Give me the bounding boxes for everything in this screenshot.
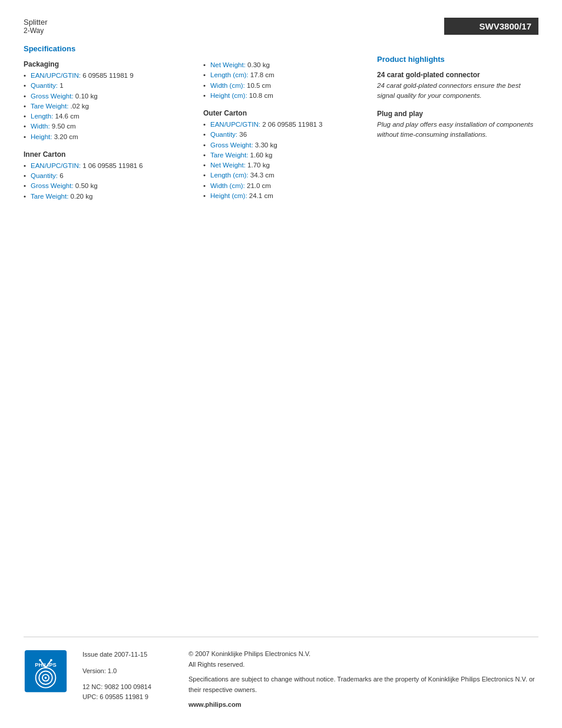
- spacer: [24, 210, 538, 637]
- website-link: www.philips.com: [189, 700, 538, 710]
- list-item: EAN/UPC/GTIN: 2 06 09585 11981 3: [203, 120, 365, 130]
- list-item: Width (cm): 10.5 cm: [203, 81, 365, 91]
- specs-left-col: Packaging EAN/UPC/GTIN: 6 09585 11981 9 …: [24, 60, 186, 210]
- list-item: Quantity: 36: [203, 130, 365, 140]
- left-column: Splitter 2-Way Specifications Packaging …: [24, 18, 365, 210]
- packaging-right-list: Net Weight: 0.30 kg Length (cm): 17.8 cm…: [203, 60, 365, 101]
- list-item: Gross Weight: 0.50 kg: [24, 181, 186, 191]
- list-item: Length: 14.6 cm: [24, 111, 186, 121]
- outer-carton-list: EAN/UPC/GTIN: 2 06 09585 11981 3 Quantit…: [203, 120, 365, 201]
- philips-logo-container: PHILIPS: [24, 649, 71, 695]
- version: Version: 1.0: [82, 666, 177, 677]
- packaging-group: Packaging EAN/UPC/GTIN: 6 09585 11981 9 …: [24, 60, 186, 142]
- svg-point-9: [50, 659, 52, 661]
- disclaimer-text: Specifications are subject to change wit…: [189, 674, 538, 695]
- svg-point-8: [39, 659, 41, 661]
- rights-text: All Rights reserved.: [189, 661, 244, 668]
- upc-number: UPC: 6 09585 11981 9: [82, 692, 177, 703]
- highlight-title: Plug and play: [377, 110, 538, 118]
- list-item: Width: 9.50 cm: [24, 121, 186, 131]
- list-item: EAN/UPC/GTIN: 6 09585 11981 9: [24, 71, 186, 81]
- highlights-section: 24 carat gold-plated connector 24 carat …: [377, 71, 538, 140]
- list-item: Length (cm): 17.8 cm: [203, 70, 365, 80]
- product-subtitle: 2-Way: [24, 27, 365, 35]
- packaging-right-group: Net Weight: 0.30 kg Length (cm): 17.8 cm…: [203, 60, 365, 101]
- specs-columns: Packaging EAN/UPC/GTIN: 6 09585 11981 9 …: [24, 60, 365, 210]
- list-item: Net Weight: 1.70 kg: [203, 160, 365, 170]
- highlight-description: 24 carat gold-plated connectors ensure t…: [377, 81, 538, 101]
- nc-number: 12 NC: 9082 100 09814: [82, 682, 177, 693]
- footer-legal: © 2007 Koninklijke Philips Electronics N…: [189, 649, 538, 710]
- list-item: Quantity: 1: [24, 81, 186, 91]
- issue-date: Issue date 2007-11-15: [82, 649, 177, 661]
- list-item: Tare Weight: 1.60 kg: [203, 150, 365, 160]
- list-item: Height (cm): 24.1 cm: [203, 191, 365, 201]
- product-name: Splitter: [24, 18, 365, 27]
- specs-right-col: Net Weight: 0.30 kg Length (cm): 17.8 cm…: [203, 60, 365, 210]
- inner-carton-title: Inner Carton: [24, 150, 186, 159]
- highlight-item: Plug and play Plug and play offers easy …: [377, 110, 538, 140]
- highlight-description: Plug and play offers easy installation o…: [377, 120, 538, 140]
- product-title-area: Splitter 2-Way: [24, 18, 365, 35]
- footer: PHILIPS Issue date 2007-11-15 Version: 1…: [24, 637, 538, 710]
- list-item: Height: 3.20 cm: [24, 132, 186, 142]
- list-item: EAN/UPC/GTIN: 1 06 09585 11981 6: [24, 161, 186, 171]
- copyright: © 2007 Koninklijke Philips Electronics N…: [189, 649, 538, 670]
- list-item: Tare Weight: .02 kg: [24, 101, 186, 111]
- highlight-title: 24 carat gold-plated connector: [377, 71, 538, 79]
- list-item: Net Weight: 0.30 kg: [203, 60, 365, 70]
- list-item: Length (cm): 34.3 cm: [203, 170, 365, 180]
- list-item: Gross Weight: 0.10 kg: [24, 91, 186, 101]
- highlight-item: 24 carat gold-plated connector 24 carat …: [377, 71, 538, 101]
- model-header-container: SWV3800/17: [377, 18, 538, 45]
- packaging-list: EAN/UPC/GTIN: 6 09585 11981 9 Quantity: …: [24, 71, 186, 142]
- list-item: Tare Weight: 0.20 kg: [24, 192, 186, 202]
- philips-logo-icon: PHILIPS: [24, 649, 68, 693]
- right-column: SWV3800/17 Product highlights 24 carat g…: [377, 18, 538, 210]
- list-item: Height (cm): 10.8 cm: [203, 91, 365, 101]
- nc-upc: 12 NC: 9082 100 09814 UPC: 6 09585 11981…: [82, 682, 177, 703]
- packaging-title: Packaging: [24, 60, 186, 68]
- model-number: SWV3800/17: [444, 18, 538, 35]
- list-item: Width (cm): 21.0 cm: [203, 181, 365, 191]
- list-item: Quantity: 6: [24, 171, 186, 181]
- outer-carton-title: Outer Carton: [203, 109, 365, 117]
- list-item: Gross Weight: 3.30 kg: [203, 140, 365, 150]
- highlights-heading: Product highlights: [377, 55, 538, 64]
- outer-carton-group: Outer Carton EAN/UPC/GTIN: 2 06 09585 11…: [203, 109, 365, 201]
- svg-point-5: [45, 677, 47, 679]
- specifications-heading: Specifications: [24, 44, 365, 53]
- copyright-text: © 2007 Koninklijke Philips Electronics N…: [189, 650, 310, 657]
- inner-carton-list: EAN/UPC/GTIN: 1 06 09585 11981 6 Quantit…: [24, 161, 186, 202]
- footer-meta: Issue date 2007-11-15 Version: 1.0 12 NC…: [82, 649, 177, 703]
- inner-carton-group: Inner Carton EAN/UPC/GTIN: 1 06 09585 11…: [24, 150, 186, 202]
